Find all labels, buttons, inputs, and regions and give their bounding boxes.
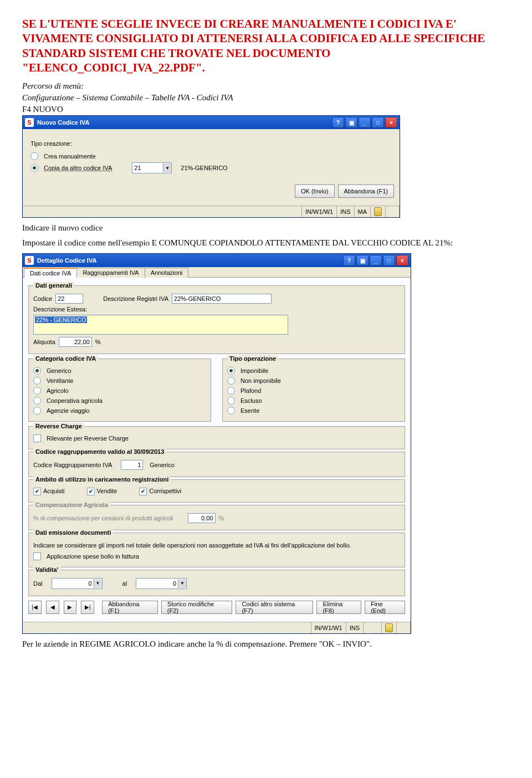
al-input[interactable]: 0▼: [136, 578, 187, 589]
codice-input[interactable]: [55, 294, 83, 304]
menu-f4: F4 NUOVO: [22, 105, 510, 114]
footer-text: Per le aziende in REGIME AGRICOLO indica…: [22, 639, 510, 649]
titlebar: S Nuovo Codice IVA ? ▣ _ □ ×: [23, 116, 400, 129]
window-title: Dettaglio Codice IVA: [37, 257, 96, 264]
check-corrispettivi[interactable]: Corrispettivi: [139, 488, 181, 495]
instr-2: Impostare il codice come nell'esempio E …: [22, 238, 510, 248]
check-vendite[interactable]: Vendite: [87, 488, 117, 495]
radio-copia-da-altro[interactable]: Copia da altro codice IVA 21▼ 21%-GENERI…: [30, 162, 392, 173]
group-validita: Validita' Dal 0▼ al 0▼: [28, 570, 405, 596]
radio-agenzie[interactable]: Agenzie viaggio: [33, 407, 206, 414]
db-icon: [374, 207, 382, 216]
tab-annotazioni[interactable]: Annotazioni: [145, 268, 189, 278]
nav-prev[interactable]: ◀: [46, 601, 59, 614]
radio-imponibile[interactable]: Imponibile: [227, 367, 400, 375]
descrizione-estesa-input[interactable]: 22% - GENERICO: [33, 315, 288, 335]
window-nuovo-codice: S Nuovo Codice IVA ? ▣ _ □ × Tipo creazi…: [22, 115, 400, 218]
window-dettaglio-codice: S Dettaglio Codice IVA ? ▣ _ □ × Dati co…: [22, 253, 411, 634]
db-icon: [385, 623, 393, 632]
group-dati-generali: Dati generali Codice Descrizione Registr…: [28, 285, 405, 354]
close-icon[interactable]: ×: [396, 255, 408, 266]
minimize-icon[interactable]: _: [359, 117, 371, 128]
fine-button[interactable]: Fine (End): [365, 601, 405, 614]
window-title: Nuovo Codice IVA: [37, 119, 90, 126]
raggruppamento-input[interactable]: [121, 460, 143, 470]
group-compensazione: Compensazione Agricola % di compensazion…: [28, 505, 405, 530]
group-raggruppamento: Codice raggruppamento valido al 30/09/20…: [28, 452, 405, 477]
radio-plafond[interactable]: Plafond: [227, 387, 400, 395]
maximize-icon[interactable]: □: [372, 117, 384, 128]
group-tipo-operazione: Tipo operazione Imponibile Non imponibil…: [222, 359, 405, 422]
nav-next[interactable]: ▶: [64, 601, 77, 614]
abbandona-button[interactable]: Abbandona (F1): [102, 601, 158, 614]
group-categoria: Categoria codice IVA Generico Ventilante…: [28, 359, 211, 422]
layer-icon[interactable]: ▣: [356, 255, 369, 266]
close-icon[interactable]: ×: [385, 117, 397, 128]
dal-input[interactable]: 0▼: [52, 578, 103, 589]
radio-ventilante[interactable]: Ventilante: [33, 377, 206, 385]
menu-intro: Percorso di menù:: [22, 81, 510, 91]
nav-first[interactable]: |◀: [28, 601, 42, 614]
aliquota-input[interactable]: [59, 337, 92, 347]
nav-last[interactable]: ▶|: [81, 601, 94, 614]
radio-escluso[interactable]: Escluso: [227, 397, 400, 405]
code-select[interactable]: 21▼: [132, 162, 172, 173]
ok-button[interactable]: OK (Invio): [295, 185, 335, 198]
radio-cooperativa[interactable]: Cooperativa agricola: [33, 397, 206, 405]
radio-generico[interactable]: Generico: [33, 367, 206, 375]
check-reverse-charge[interactable]: Rilevante per Reverse Charge: [33, 434, 400, 442]
radio-non-imponibile[interactable]: Non imponibile: [227, 377, 400, 385]
help-icon[interactable]: ?: [343, 255, 355, 266]
compensazione-input[interactable]: [188, 513, 216, 523]
abbandona-button[interactable]: Abbandona (F1): [338, 185, 395, 198]
descrizione-registri-input[interactable]: [172, 294, 272, 304]
codici-altro-button[interactable]: Codici altro sistema (F7): [236, 601, 313, 614]
maximize-icon[interactable]: □: [383, 255, 395, 266]
tab-dati-codice[interactable]: Dati codice IVA: [24, 268, 77, 278]
elimina-button[interactable]: Elimina (F8): [316, 601, 361, 614]
statusbar: IN/W1/W1 INS MA: [23, 206, 400, 217]
help-icon[interactable]: ?: [332, 117, 344, 128]
app-icon: S: [25, 118, 34, 127]
menu-path: Configurazione – Sistema Contabile – Tab…: [22, 93, 510, 103]
heading-red: SE L'UTENTE SCEGLIE INVECE DI CREARE MAN…: [22, 17, 510, 75]
minimize-icon[interactable]: _: [370, 255, 382, 266]
group-reverse-charge: Reverse Charge Rilevante per Reverse Cha…: [28, 426, 405, 449]
app-icon: S: [25, 256, 34, 265]
chevron-down-icon[interactable]: ▼: [163, 163, 171, 172]
radio-agricolo[interactable]: Agricolo: [33, 387, 206, 395]
instr-1: Indicare il nuovo codice: [22, 223, 510, 233]
code-desc: 21%-GENERICO: [181, 165, 227, 171]
storico-button[interactable]: Storico modifiche (F2): [161, 601, 233, 614]
radio-esente[interactable]: Esente: [227, 407, 400, 414]
radio-crea-manualmente[interactable]: Crea manualmente: [30, 152, 392, 160]
check-bollo[interactable]: Applicazione spese bollo in fattura: [33, 552, 400, 560]
group-label: Tipo creazione:: [30, 140, 392, 147]
emissione-text: Indicare se considerare gli importi nel …: [33, 541, 400, 550]
tab-bar: Dati codice IVA Raggruppamenti IVA Annot…: [23, 267, 411, 278]
check-acquisti[interactable]: Acquisti: [33, 488, 65, 495]
group-ambito: Ambito di utilizzo in caricamento regist…: [28, 479, 405, 503]
layer-icon[interactable]: ▣: [345, 117, 357, 128]
tab-raggruppamenti[interactable]: Raggruppamenti IVA: [76, 268, 145, 278]
group-emissione: Dati emissione documenti Indicare se con…: [28, 533, 405, 567]
